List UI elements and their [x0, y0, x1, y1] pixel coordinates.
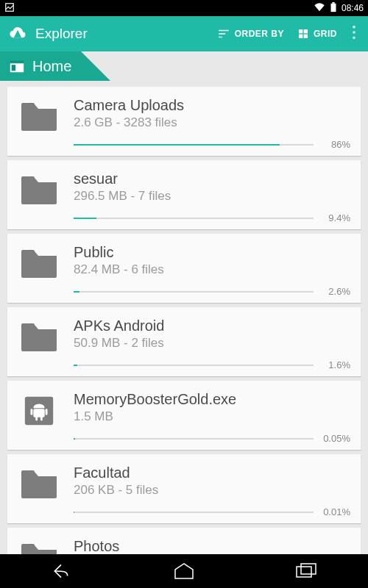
svg-rect-20 — [31, 409, 33, 415]
item-name: sesuar — [74, 171, 350, 187]
folder-icon — [18, 538, 60, 554]
overflow-menu-button[interactable] — [347, 20, 361, 48]
android-status-bar: 08:46 — [0, 0, 368, 16]
usage-percent: 2.6% — [321, 286, 350, 297]
svg-rect-15 — [12, 65, 16, 71]
battery-icon — [330, 2, 337, 15]
item-subtitle: 206 KB - 5 files — [74, 483, 350, 498]
recents-button[interactable] — [285, 560, 329, 582]
item-subtitle: 50.9 MB - 2 files — [74, 336, 350, 351]
grid-view-button[interactable]: GRID — [294, 24, 340, 44]
folder-icon — [18, 244, 60, 279]
folder-icon — [18, 318, 60, 353]
list-item[interactable]: MemoryBoosterGold.exe1.5 MB0.05% — [7, 381, 361, 450]
svg-rect-24 — [297, 567, 311, 577]
svg-rect-21 — [46, 409, 48, 415]
usage-percent: 9.4% — [321, 212, 350, 223]
svg-rect-3 — [219, 30, 229, 32]
item-name: APKs Android — [74, 318, 350, 334]
svg-rect-23 — [40, 417, 43, 421]
list-item[interactable]: APKs Android50.9 MB - 2 files1.6% — [7, 307, 361, 376]
picture-indicator-icon — [4, 2, 15, 15]
svg-rect-9 — [304, 35, 308, 38]
usage-percent: 1.6% — [321, 359, 350, 370]
item-subtitle: 82.4 MB - 6 files — [74, 262, 350, 277]
list-item[interactable]: sesuar296.5 MB - 7 files9.4% — [7, 160, 361, 229]
svg-rect-2 — [332, 2, 335, 4]
home-button[interactable] — [162, 560, 206, 582]
svg-rect-22 — [35, 417, 38, 421]
item-name: Photos — [74, 538, 350, 554]
item-name: Public — [74, 244, 350, 261]
breadcrumb[interactable]: Home — [0, 51, 368, 81]
item-subtitle: 2.6 GB - 3283 files — [74, 115, 350, 130]
svg-rect-5 — [219, 37, 222, 38]
list-item[interactable]: Photos0 Bytes - 0 files — [7, 528, 361, 554]
grid-label: GRID — [314, 29, 337, 39]
item-name: MemoryBoosterGold.exe — [74, 391, 350, 408]
svg-point-12 — [353, 37, 355, 40]
folder-icon — [18, 97, 60, 132]
usage-bar — [74, 512, 314, 513]
grid-icon — [297, 28, 309, 40]
list-item[interactable]: Public82.4 MB - 6 files2.6% — [7, 234, 361, 303]
back-button[interactable] — [39, 560, 83, 582]
usage-bar — [74, 291, 314, 293]
item-name: Facultad — [74, 465, 350, 481]
sort-icon — [217, 27, 230, 40]
folder-icon — [18, 171, 60, 206]
svg-rect-14 — [10, 61, 24, 63]
svg-rect-0 — [6, 3, 14, 11]
svg-rect-25 — [301, 564, 316, 574]
order-by-label: ORDER BY — [235, 29, 284, 39]
svg-rect-6 — [299, 29, 302, 33]
usage-bar — [74, 365, 314, 366]
usage-bar — [74, 218, 314, 219]
svg-point-10 — [353, 26, 355, 29]
usage-percent: 86% — [321, 139, 350, 150]
screen-title: Explorer — [35, 26, 207, 42]
svg-point-11 — [353, 31, 355, 34]
folder-icon — [18, 465, 60, 500]
item-subtitle: 296.5 MB - 7 files — [74, 189, 350, 204]
android-nav-bar — [0, 554, 368, 588]
home-icon — [9, 58, 25, 74]
svg-rect-1 — [330, 3, 336, 11]
apk-icon — [18, 391, 60, 428]
list-item[interactable]: Facultad206 KB - 5 files0.01% — [7, 454, 361, 523]
svg-rect-7 — [304, 29, 308, 33]
breadcrumb-label: Home — [32, 58, 71, 75]
svg-rect-8 — [299, 35, 302, 38]
item-subtitle: 1.5 MB — [74, 409, 350, 424]
file-list[interactable]: Camera Uploads2.6 GB - 3283 files86%sesu… — [0, 81, 368, 554]
usage-percent: 0.01% — [321, 506, 350, 517]
usage-percent: 0.05% — [321, 433, 350, 444]
item-name: Camera Uploads — [74, 97, 350, 114]
action-bar: Explorer ORDER BY GRID — [0, 16, 368, 51]
status-time: 08:46 — [342, 3, 364, 13]
order-by-button[interactable]: ORDER BY — [214, 23, 287, 45]
list-item[interactable]: Camera Uploads2.6 GB - 3283 files86% — [7, 87, 361, 156]
app-logo-icon — [7, 24, 28, 44]
svg-rect-19 — [33, 409, 44, 417]
svg-rect-4 — [219, 33, 225, 35]
usage-bar — [74, 144, 314, 146]
wifi-icon — [314, 2, 325, 15]
usage-bar — [74, 438, 314, 440]
